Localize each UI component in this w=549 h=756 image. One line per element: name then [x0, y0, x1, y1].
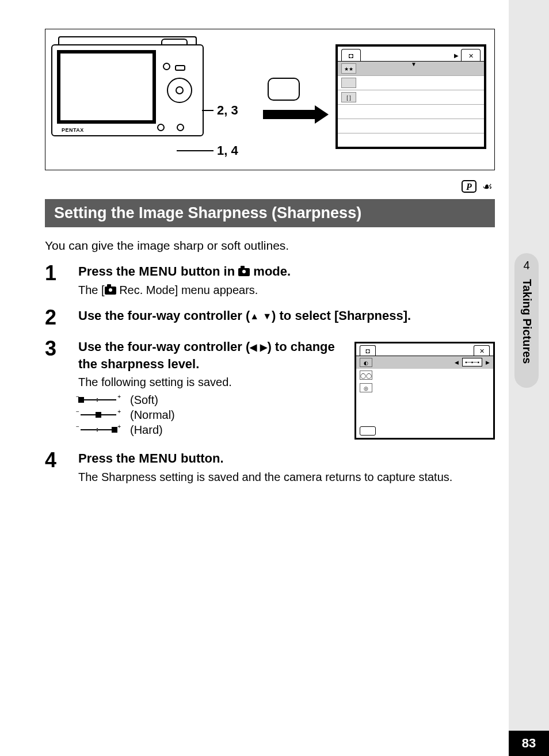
- step-number: 4: [45, 450, 78, 471]
- dpad-icon: [167, 78, 192, 103]
- slider-normal-icon: − +: [78, 411, 119, 419]
- step-4-desc: The Sharpness setting is saved and the c…: [78, 471, 495, 484]
- diagram-box: PENTAX 2, 3 1, 4 ◘ ▶ ✕ ▼ ★★: [45, 29, 495, 170]
- arrow-group: [253, 78, 315, 119]
- mode-badges: P ☙: [45, 178, 495, 193]
- step-number: 1: [45, 263, 78, 284]
- camera-icon: [105, 287, 116, 295]
- step-number: 2: [45, 307, 78, 328]
- menu-screen-illustration: ◘ ▶ ✕ ▼ ★★ [ ]: [336, 44, 486, 149]
- movie-mode-icon: ☙: [482, 180, 493, 193]
- step3-screen-illustration: ◘ ✕ ◐ ◀▪─▪─▪▶ ◯◯ ◎: [354, 342, 495, 440]
- slider-normal-label: (Normal): [130, 408, 175, 422]
- side-tab-number: 4: [523, 259, 529, 272]
- slider-hard-icon: − +: [78, 426, 119, 434]
- camera-icon: [238, 268, 250, 276]
- step-1-desc: The [ Rec. Mode] menu appears.: [78, 284, 495, 297]
- camera-tab-icon: ◘: [341, 49, 361, 62]
- settings-tab-icon: ✕: [474, 345, 490, 356]
- camera-brand-label: PENTAX: [62, 127, 84, 133]
- slider-soft-icon: − +: [78, 396, 119, 404]
- side-tab-label: Taking Pictures: [520, 279, 533, 364]
- step-1-title: Press the MENU button in mode.: [78, 263, 495, 280]
- heading-bar: Setting the Image Sharpness (Sharpness): [45, 199, 495, 227]
- camera-illustration: PENTAX: [51, 44, 204, 144]
- step-2-title: Use the four-way controller (▲ ▼) to sel…: [78, 307, 495, 324]
- settings-tab-icon: ✕: [461, 49, 481, 62]
- camera-tab-icon: ◘: [360, 345, 376, 356]
- step-4-title: Press the MENU button.: [78, 450, 495, 467]
- side-tab: 4 Taking Pictures: [514, 253, 539, 388]
- menu-button-icon: [268, 78, 300, 101]
- diagram-callout-2: 1, 4: [217, 143, 238, 158]
- slider-hard-label: (Hard): [130, 423, 163, 437]
- arrow-right-icon: [263, 110, 315, 119]
- page-number: 83: [509, 731, 549, 756]
- slider-soft-label: (Soft): [130, 394, 158, 407]
- step-number: 3: [45, 338, 78, 359]
- p-mode-icon: P: [462, 180, 476, 193]
- intro-text: You can give the image sharp or soft out…: [45, 239, 495, 253]
- diagram-callout-1: 2, 3: [217, 103, 238, 118]
